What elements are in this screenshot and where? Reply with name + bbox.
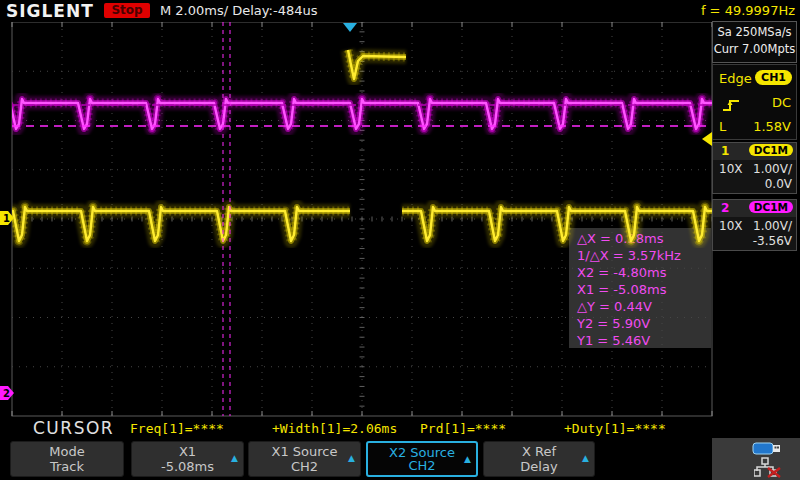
measurement-freq: Freq[1]=**** — [130, 421, 224, 436]
up-arrow-icon — [348, 453, 355, 463]
softkey-x1[interactable]: X1 -5.08ms — [131, 441, 244, 477]
ch1-trace — [12, 50, 712, 241]
top-bar: SIGLENT Stop M 2.00ms/ Delay:-484us — [0, 0, 800, 22]
trigger-position-marker[interactable] — [343, 23, 357, 32]
ch2-trace — [10, 99, 712, 129]
acquisition-status-badge[interactable]: Stop — [104, 3, 150, 18]
usb-icon — [752, 441, 786, 456]
channel-2-coupling-badge: DC1M — [749, 201, 793, 213]
trigger-level-label: L — [719, 119, 726, 134]
channel-1-coupling-badge: DC1M — [749, 144, 793, 156]
channel-2-number: 2 — [721, 201, 729, 215]
channel-2-probe: 10X — [719, 219, 743, 233]
cursor-y1: Y1 = 5.46V — [569, 332, 711, 349]
cursor-x1: X1 = -5.08ms — [569, 281, 711, 298]
trigger-level-value: 1.58V — [753, 119, 791, 134]
io-status-panel — [712, 438, 800, 480]
brand-logo: SIGLENT — [6, 1, 94, 21]
channel-2-header: 2 DC1M — [713, 200, 796, 217]
measurement-period: Prd[1]=**** — [420, 421, 506, 436]
softkey-x1-source[interactable]: X1 Source CH2 — [248, 441, 361, 477]
trigger-coupling: DC — [772, 95, 791, 110]
cursor-y2: Y2 = 5.90V — [569, 315, 711, 332]
up-arrow-icon — [464, 454, 471, 464]
cursor-readout-panel: △X = 0.28ms 1/△X = 3.57kHz X2 = -4.80ms … — [569, 228, 711, 348]
graticule — [12, 22, 712, 416]
cursor-inv-delta-x: 1/△X = 3.57kHz — [569, 247, 711, 264]
up-arrow-icon — [582, 453, 589, 463]
oscilloscope-screen: △X = 0.28ms 1/△X = 3.57kHz X2 = -4.80ms … — [0, 0, 800, 480]
softkey-x2-source[interactable]: X2 Source CH2 — [366, 441, 478, 477]
trigger-info-box[interactable]: Edge CH1 DC L 1.58V — [712, 64, 797, 140]
ch2-zero-marker[interactable]: 2 — [0, 386, 14, 400]
channel-1-probe: 10X — [719, 162, 743, 176]
channel-2-offset: -3.56V — [753, 234, 792, 248]
lan-disconnected-icon — [754, 457, 784, 478]
rising-edge-icon — [721, 97, 741, 112]
channel-1-header: 1 DC1M — [713, 143, 796, 160]
up-arrow-icon — [231, 453, 238, 463]
softkey-x-ref[interactable]: X Ref Delay — [483, 441, 595, 477]
svg-text:2: 2 — [3, 388, 10, 399]
timebase-readout: M 2.00ms/ Delay:-484us — [160, 3, 317, 18]
channel-1-number: 1 — [721, 144, 729, 158]
channel-2-scale: 1.00V/ — [753, 219, 792, 233]
cursor-x2: X2 = -4.80ms — [569, 264, 711, 281]
acquisition-info-box: Sa 250MSa/s Curr 7.00Mpts — [712, 21, 797, 63]
svg-text:1: 1 — [3, 213, 10, 224]
cursor-delta-y: △Y = 0.44V — [569, 298, 711, 315]
measurement-duty: +Duty[1]=**** — [564, 421, 666, 436]
trigger-source-badge: CH1 — [755, 70, 792, 85]
sample-rate: Sa 250MSa/s — [713, 25, 796, 39]
frequency-counter: f = 49.9997Hz — [701, 3, 795, 18]
channel-2-info-box[interactable]: 2 DC1M 10X 1.00V/ -3.56V — [712, 199, 797, 251]
channel-1-info-box[interactable]: 1 DC1M 10X 1.00V/ 0.0V — [712, 142, 797, 194]
trigger-level-marker[interactable] — [702, 132, 712, 146]
channel-1-offset: 0.0V — [765, 177, 792, 191]
active-mode-label: CURSOR — [33, 418, 114, 438]
channel-1-scale: 1.00V/ — [753, 162, 792, 176]
measurement-width: +Width[1]=2.06ms — [272, 421, 397, 436]
memory-depth: Curr 7.00Mpts — [713, 42, 796, 56]
softkey-mode[interactable]: Mode Track — [10, 441, 124, 477]
cursor-delta-x: △X = 0.28ms — [569, 228, 711, 247]
ch1-zero-marker[interactable]: 1 — [0, 211, 14, 225]
trigger-type: Edge — [719, 71, 752, 86]
